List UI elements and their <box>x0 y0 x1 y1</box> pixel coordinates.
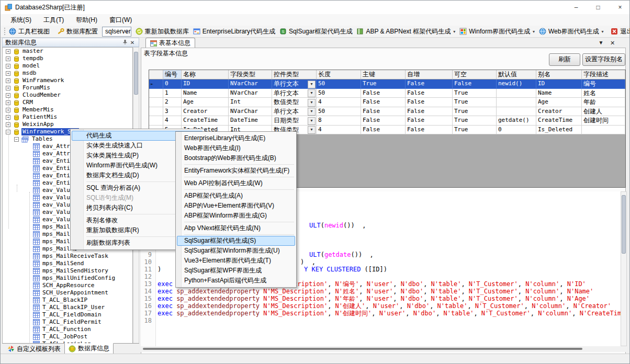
tree-item[interactable]: mps_MailSendHistory <box>3 267 132 275</box>
tree-item[interactable]: +WeixinApp <box>3 121 132 128</box>
tree-item[interactable]: +MemberMis <box>3 106 132 113</box>
grid-cell[interactable]: 姓名 <box>582 89 625 98</box>
close-icon[interactable]: ✕ <box>609 39 616 47</box>
grid-column-header[interactable]: 字段描述 <box>582 70 625 79</box>
grid-column-header[interactable]: 主键 <box>361 70 406 79</box>
tree-item[interactable]: T_ACL_FieldPermit <box>3 318 132 326</box>
grid-cell[interactable] <box>497 98 536 107</box>
grid-cell[interactable]: 0 <box>163 79 182 89</box>
grid-row-selector[interactable] <box>149 116 163 126</box>
toolbar-reload-button[interactable]: 重新加载数据库 <box>133 27 191 37</box>
grid-cell[interactable]: 4 <box>317 126 361 135</box>
grid-cell[interactable]: 8 <box>317 116 361 126</box>
combo-dropdown-icon[interactable]: ▼ <box>308 99 316 107</box>
tree-expander-icon[interactable]: + <box>6 71 10 76</box>
bottom-tab-1[interactable]: 数据库信息 <box>64 343 114 354</box>
grid-cell[interactable]: True <box>453 116 497 126</box>
grid-cell[interactable]: 4 <box>317 98 361 107</box>
grid-cell[interactable]: CreateTime <box>536 116 582 126</box>
grid-cell[interactable]: Name <box>536 89 582 98</box>
tab-table-info[interactable]: 表基本信息 <box>145 38 195 48</box>
tree-expander-icon[interactable]: + <box>6 93 10 98</box>
grid-cell[interactable]: False <box>406 116 453 126</box>
grid-cell[interactable]: Is_Deleted <box>536 126 582 135</box>
grid-column-header[interactable]: 长度 <box>317 70 361 79</box>
grid-cell[interactable]: ID <box>536 79 582 89</box>
grid-cell[interactable]: True <box>453 98 497 107</box>
combo-dropdown-icon[interactable]: ▼ <box>308 89 316 97</box>
tree-item[interactable]: +CloudMember <box>3 92 132 99</box>
grid-cell[interactable]: True <box>453 107 497 117</box>
grid-row-selector[interactable] <box>149 98 163 107</box>
grid-column-header[interactable]: 默认值 <box>497 70 536 79</box>
grid-cell[interactable]: False <box>406 89 453 98</box>
tree-item[interactable]: T_ACL_BlackIP_User <box>3 304 132 311</box>
grid-cell[interactable]: False <box>361 98 406 107</box>
tree-item[interactable]: T_ACL_FieldDomain <box>3 311 132 318</box>
maximize-button[interactable]: □ <box>594 3 602 12</box>
grid-column-header[interactable]: 别名 <box>536 70 582 79</box>
grid-cell[interactable]: NVarChar <box>229 79 272 89</box>
menubar-item-0[interactable]: 系统(S) <box>6 15 36 26</box>
code-gen-submenu-item-1[interactable]: Web界面代码生成(I) <box>176 143 296 153</box>
editor-vertical-scrollbar[interactable] <box>621 191 627 346</box>
tree-expander-icon[interactable]: − <box>14 137 19 142</box>
grid-cell[interactable]: 2 <box>163 98 182 107</box>
toolbar-db-config-button[interactable]: 数据库配置 <box>55 27 100 37</box>
grid-cell[interactable]: newid() <box>497 79 536 89</box>
tree-expander-icon[interactable]: + <box>6 64 10 69</box>
menubar-item-3[interactable]: 窗口(W) <box>105 15 137 26</box>
tree-item[interactable]: T_ACL_BlackIP <box>3 297 132 304</box>
tree-item[interactable]: +master <box>3 48 132 55</box>
tree-scrollbar-thumb[interactable] <box>134 52 138 95</box>
toolbar-exit-button[interactable]: 退出 <box>609 27 630 37</box>
grid-cell[interactable]: True <box>453 126 497 135</box>
code-gen-submenu-item-18[interactable]: Python+FastApi后端代码生成 <box>176 276 296 286</box>
grid-cell[interactable]: NVarChar <box>229 89 272 98</box>
chevron-down-icon[interactable]: ▼ <box>597 39 605 47</box>
grid-cell[interactable]: False <box>361 116 406 126</box>
toolbar-web-button[interactable]: Web界面代码生成 ▾ <box>537 27 605 37</box>
panel-close-icon[interactable]: ✕ <box>129 40 136 46</box>
grid-row-selector-header[interactable] <box>149 70 163 79</box>
tree-item[interactable]: +ForumMis <box>3 84 132 92</box>
code-gen-submenu-item-17[interactable]: SqlSugar框架WPF界面生成 <box>176 266 296 276</box>
grid-cell[interactable]: False <box>361 126 406 135</box>
minimize-button[interactable]: – <box>572 3 580 12</box>
grid-column-header[interactable]: 自增 <box>406 70 453 79</box>
tree-item[interactable]: +msdb <box>3 70 132 77</box>
tree-expander-icon[interactable]: + <box>6 100 10 105</box>
grid-cell[interactable]: True <box>361 79 406 89</box>
tree-item[interactable]: mps_MailSend <box>3 260 132 267</box>
grid-cell[interactable]: 单行文本▼ <box>272 89 317 98</box>
grid-cell[interactable]: Creator <box>536 107 582 117</box>
tree-item[interactable]: T_ACL_JobPost <box>3 333 132 340</box>
code-gen-submenu-item-12[interactable]: Abp VNext框架代码生成(N) <box>176 223 296 233</box>
grid-cell[interactable]: CreateTime <box>182 116 229 126</box>
grid-row-selector[interactable]: ► <box>149 79 163 89</box>
tree-item[interactable]: +WinFramework <box>3 77 132 84</box>
code-gen-submenu-item-6[interactable]: Web API控制器代码生成(W) <box>176 178 296 188</box>
tree-expander-icon[interactable]: − <box>6 130 10 134</box>
tree-expander-icon[interactable]: + <box>6 122 10 127</box>
grid-cell[interactable]: DateTime <box>229 116 272 126</box>
toolbar-view-button[interactable]: 工具栏视图 <box>7 27 52 37</box>
grid-column-header[interactable]: 字段类型 <box>229 70 272 79</box>
grid-cell[interactable] <box>497 107 536 117</box>
grid-cell[interactable]: 日期类型▼ <box>272 116 317 126</box>
grid-cell[interactable]: 3 <box>163 107 182 117</box>
grid-cell[interactable]: False <box>406 98 453 107</box>
grid-cell[interactable]: Name <box>182 89 229 98</box>
grid-cell[interactable]: 4 <box>163 116 182 126</box>
grid-cell[interactable]: 50 <box>317 107 361 117</box>
grid-cell[interactable]: ID <box>182 79 229 89</box>
toolbar-abp-button[interactable]: ABP & ABPNext 框架代码生成 ▾ <box>354 27 457 37</box>
grid-cell[interactable]: False <box>453 79 497 89</box>
close-button[interactable]: × <box>616 3 624 12</box>
code-gen-submenu-item-8[interactable]: ABP框架代码生成(A) <box>176 191 296 201</box>
tree-expander-icon[interactable]: + <box>6 56 10 61</box>
grid-cell[interactable]: 创建人 <box>582 107 625 117</box>
tree-item[interactable]: T_ACL_Function <box>3 326 132 333</box>
toolbar-winform-button[interactable]: Winform界面代码生成 ▾ <box>457 27 537 37</box>
code-gen-submenu-item-14[interactable]: SqlSugar框架代码生成(S) <box>176 236 296 246</box>
